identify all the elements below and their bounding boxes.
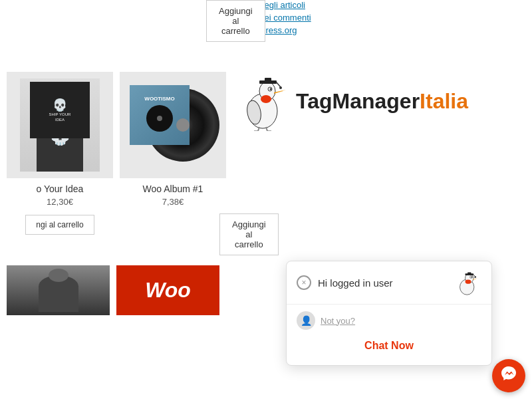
chat-user-avatar: 👤 [297,311,315,330]
chat-body: 👤 Not you? Chat Now [287,305,491,365]
svg-point-23 [471,277,472,278]
tmi-name-orange: Italia [420,89,468,113]
tmi-name-black: TagManager [296,89,420,113]
wordpress-org-link[interactable]: WordPress.org [239,25,519,35]
chat-bird-avatar-icon [455,269,481,296]
svg-point-25 [466,280,471,284]
chat-title: Hi logged in user [318,277,455,289]
product-image-2: WOOTISMO [120,72,226,178]
product-card-1: 💀 💀 SHIP YOURIDEA o Your Idea 12,30€ ngi… [7,72,113,255]
svg-rect-19 [467,272,471,274]
partial-product-2: Woo [116,265,219,315]
woo-text: Woo [145,278,191,303]
svg-line-5 [276,82,281,87]
tmi-bird-icon [239,71,293,131]
svg-point-8 [270,88,272,90]
product-row: 💀 💀 SHIP YOURIDEA o Your Idea 12,30€ ngi… [7,72,219,255]
chat-close-button[interactable]: × [297,275,311,290]
add-to-cart-button-2[interactable]: Aggiungi al carrello [219,213,279,255]
messenger-fab-button[interactable] [492,359,525,392]
chat-header: × Hi logged in user [287,261,491,305]
svg-point-6 [279,86,282,89]
add-to-cart-button-1[interactable]: ngi al carrello [25,215,94,235]
product-card-2: WOOTISMO Woo Album #1 7,38€ Aggiungi al … [120,72,226,255]
close-icon: × [301,278,306,287]
svg-rect-4 [265,78,271,81]
album-cover: WOOTISMO [130,85,190,145]
svg-point-21 [474,276,476,278]
product-thumbnail-1: 💀 💀 SHIP YOURIDEA [20,78,100,172]
product-price-2: 7,38€ [120,197,226,207]
partial-product-1 [7,265,110,315]
vinyl-center [176,118,190,132]
product-area: Aggiungi al carrello 💀 💀 [0,0,226,399]
dark-clothing-thumbnail [7,265,110,315]
vinyl-container: WOOTISMO [126,78,219,172]
bottom-partial-row: Woo [7,265,219,315]
tmi-logo: TagManagerItalia [239,71,519,131]
rss-articles-link[interactable]: RSS degli articoli [239,0,519,10]
chat-popup: × Hi logged in user 👤 Not you? Chat Now [286,261,492,366]
chat-now-button[interactable]: Chat Now [297,336,481,355]
rss-comments-link[interactable]: RSS dei commenti [239,13,519,23]
tmi-brand-name: TagManagerItalia [296,90,468,112]
chat-not-you-row: 👤 Not you? [297,311,481,330]
product-name-1: o Your Idea [7,184,113,194]
top-add-to-cart-button[interactable]: Aggiungi al carrello [206,0,265,42]
product-image-1: 💀 💀 SHIP YOURIDEA [7,72,113,178]
not-you-link[interactable]: Not you? [321,316,355,326]
product-name-2: Woo Album #1 [120,184,226,194]
top-partial-product: Aggiungi al carrello [7,0,219,65]
messenger-icon [500,365,517,386]
svg-point-11 [261,95,271,103]
rss-links-section: RSS degli articoli RSS dei commenti Word… [239,0,519,51]
product-price-1: 12,30€ [7,197,113,207]
user-icon: 👤 [301,315,312,326]
